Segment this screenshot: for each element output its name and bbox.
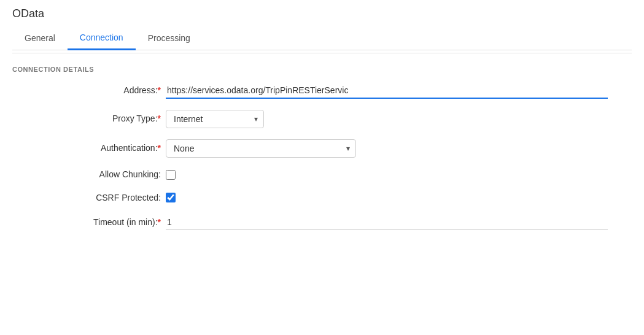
authentication-select-wrapper: None Basic OAuth2 Client Certificate ▾ [166, 139, 356, 158]
address-required: * [158, 85, 161, 95]
timeout-label: Timeout (in min):* [31, 217, 166, 229]
auth-required: * [158, 143, 161, 153]
csrf-protected-label: CSRF Protected: [31, 192, 166, 204]
proxy-type-row: Proxy Type:* Internet None Custom ▾ [12, 110, 632, 128]
timeout-row: Timeout (in min):* [12, 215, 632, 230]
allow-chunking-row: Allow Chunking: [12, 169, 632, 181]
address-input[interactable] [166, 83, 608, 99]
tab-processing[interactable]: Processing [136, 26, 203, 50]
allow-chunking-checkbox[interactable] [166, 170, 176, 180]
page-container: OData General Connection Processing CONN… [0, 0, 644, 335]
csrf-protected-checkbox-wrapper [166, 193, 176, 202]
section-title: CONNECTION DETAILS [12, 66, 632, 73]
tab-bar: General Connection Processing [12, 26, 632, 50]
timeout-required: * [158, 217, 161, 227]
address-row: Address:* [12, 83, 632, 99]
csrf-protected-row: CSRF Protected: [12, 192, 632, 204]
tab-connection[interactable]: Connection [68, 26, 136, 50]
authentication-select[interactable]: None Basic OAuth2 Client Certificate [166, 139, 356, 158]
connection-details-section: CONNECTION DETAILS Address:* Proxy Type:… [12, 66, 632, 230]
tab-general[interactable]: General [12, 26, 68, 50]
allow-chunking-checkbox-wrapper [166, 170, 176, 180]
csrf-protected-checkbox[interactable] [166, 193, 176, 202]
proxy-type-select-wrapper: Internet None Custom ▾ [166, 110, 264, 128]
authentication-row: Authentication:* None Basic OAuth2 Clien… [12, 139, 632, 158]
proxy-required: * [158, 114, 161, 123]
authentication-label: Authentication:* [31, 142, 166, 155]
proxy-type-label: Proxy Type:* [31, 113, 166, 125]
allow-chunking-label: Allow Chunking: [31, 169, 166, 181]
page-title: OData [12, 7, 632, 20]
timeout-input[interactable] [166, 215, 608, 230]
proxy-type-select[interactable]: Internet None Custom [166, 110, 264, 128]
tabs-divider [12, 53, 632, 53]
address-label: Address:* [31, 85, 166, 97]
